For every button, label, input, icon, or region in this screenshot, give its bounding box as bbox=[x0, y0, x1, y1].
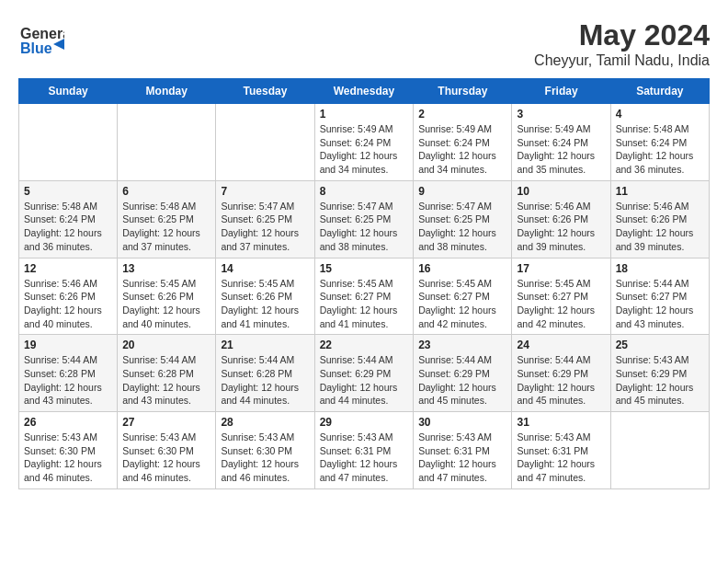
day-number: 17 bbox=[517, 262, 605, 275]
day-info: Sunrise: 5:43 AM Sunset: 6:31 PM Dayligh… bbox=[517, 431, 605, 485]
day-number: 26 bbox=[24, 416, 112, 429]
calendar-cell: 25Sunrise: 5:43 AM Sunset: 6:29 PM Dayli… bbox=[610, 335, 709, 412]
day-number: 1 bbox=[320, 108, 409, 121]
day-number: 15 bbox=[320, 262, 409, 275]
calendar-cell: 15Sunrise: 5:45 AM Sunset: 6:27 PM Dayli… bbox=[314, 258, 414, 335]
day-number: 21 bbox=[221, 339, 309, 351]
calendar-cell: 30Sunrise: 5:43 AM Sunset: 6:31 PM Dayli… bbox=[414, 412, 512, 489]
calendar-cell: 21Sunrise: 5:44 AM Sunset: 6:28 PM Dayli… bbox=[216, 335, 314, 412]
calendar-cell: 19Sunrise: 5:44 AM Sunset: 6:28 PM Dayli… bbox=[19, 335, 118, 412]
day-number: 2 bbox=[418, 108, 506, 121]
day-number: 11 bbox=[616, 185, 704, 198]
weekday-header-monday: Monday bbox=[118, 79, 216, 104]
calendar-cell: 22Sunrise: 5:44 AM Sunset: 6:29 PM Dayli… bbox=[314, 335, 414, 412]
calendar-week-row: 1Sunrise: 5:49 AM Sunset: 6:24 PM Daylig… bbox=[19, 104, 710, 181]
calendar-week-row: 19Sunrise: 5:44 AM Sunset: 6:28 PM Dayli… bbox=[19, 335, 710, 412]
day-number: 7 bbox=[221, 185, 309, 198]
day-number: 22 bbox=[320, 339, 409, 351]
calendar-cell: 5Sunrise: 5:48 AM Sunset: 6:24 PM Daylig… bbox=[19, 180, 118, 258]
day-number: 3 bbox=[517, 108, 605, 121]
day-info: Sunrise: 5:49 AM Sunset: 6:24 PM Dayligh… bbox=[418, 122, 506, 177]
calendar-cell: 9Sunrise: 5:47 AM Sunset: 6:25 PM Daylig… bbox=[414, 180, 512, 258]
weekday-header-wednesday: Wednesday bbox=[314, 79, 414, 104]
calendar-cell: 10Sunrise: 5:46 AM Sunset: 6:26 PM Dayli… bbox=[512, 180, 610, 258]
page-header: General Blue May 2024 Cheyyur, Tamil Nad… bbox=[18, 18, 710, 69]
calendar-cell bbox=[118, 104, 216, 181]
weekday-header-row: SundayMondayTuesdayWednesdayThursdayFrid… bbox=[19, 79, 710, 104]
day-info: Sunrise: 5:48 AM Sunset: 6:24 PM Dayligh… bbox=[616, 122, 704, 177]
day-info: Sunrise: 5:43 AM Sunset: 6:30 PM Dayligh… bbox=[122, 431, 210, 485]
day-number: 14 bbox=[221, 262, 309, 275]
calendar-cell: 1Sunrise: 5:49 AM Sunset: 6:24 PM Daylig… bbox=[314, 104, 414, 181]
day-info: Sunrise: 5:44 AM Sunset: 6:29 PM Dayligh… bbox=[320, 353, 409, 408]
day-number: 8 bbox=[320, 185, 409, 198]
day-number: 20 bbox=[122, 339, 210, 351]
day-info: Sunrise: 5:47 AM Sunset: 6:25 PM Dayligh… bbox=[320, 200, 409, 254]
calendar-cell: 31Sunrise: 5:43 AM Sunset: 6:31 PM Dayli… bbox=[512, 412, 610, 489]
calendar-cell bbox=[216, 104, 314, 181]
calendar-cell: 13Sunrise: 5:45 AM Sunset: 6:26 PM Dayli… bbox=[118, 258, 216, 335]
day-info: Sunrise: 5:43 AM Sunset: 6:31 PM Dayligh… bbox=[320, 431, 409, 485]
svg-text:Blue: Blue bbox=[20, 40, 52, 56]
calendar-cell: 7Sunrise: 5:47 AM Sunset: 6:25 PM Daylig… bbox=[216, 180, 314, 258]
day-number: 9 bbox=[418, 185, 506, 198]
day-number: 29 bbox=[320, 416, 409, 429]
calendar-week-row: 12Sunrise: 5:46 AM Sunset: 6:26 PM Dayli… bbox=[19, 258, 710, 335]
day-number: 5 bbox=[24, 185, 112, 198]
day-info: Sunrise: 5:44 AM Sunset: 6:29 PM Dayligh… bbox=[418, 353, 506, 408]
calendar-cell: 17Sunrise: 5:45 AM Sunset: 6:27 PM Dayli… bbox=[512, 258, 610, 335]
weekday-header-saturday: Saturday bbox=[610, 79, 709, 104]
day-number: 28 bbox=[221, 416, 309, 429]
day-number: 16 bbox=[418, 262, 506, 275]
calendar-cell: 3Sunrise: 5:49 AM Sunset: 6:24 PM Daylig… bbox=[512, 104, 610, 181]
weekday-header-friday: Friday bbox=[512, 79, 610, 104]
calendar-cell: 14Sunrise: 5:45 AM Sunset: 6:26 PM Dayli… bbox=[216, 258, 314, 335]
calendar-cell: 24Sunrise: 5:44 AM Sunset: 6:29 PM Dayli… bbox=[512, 335, 610, 412]
day-info: Sunrise: 5:49 AM Sunset: 6:24 PM Dayligh… bbox=[320, 122, 409, 177]
day-number: 6 bbox=[122, 185, 210, 198]
day-number: 30 bbox=[418, 416, 506, 429]
day-info: Sunrise: 5:45 AM Sunset: 6:27 PM Dayligh… bbox=[517, 277, 605, 331]
day-number: 23 bbox=[418, 339, 506, 351]
day-info: Sunrise: 5:44 AM Sunset: 6:27 PM Dayligh… bbox=[616, 277, 704, 331]
calendar-cell bbox=[610, 412, 709, 489]
day-info: Sunrise: 5:47 AM Sunset: 6:25 PM Dayligh… bbox=[221, 200, 309, 254]
day-info: Sunrise: 5:46 AM Sunset: 6:26 PM Dayligh… bbox=[24, 277, 112, 331]
day-info: Sunrise: 5:49 AM Sunset: 6:24 PM Dayligh… bbox=[517, 122, 605, 177]
day-info: Sunrise: 5:43 AM Sunset: 6:30 PM Dayligh… bbox=[221, 431, 309, 485]
logo-icon: General Blue bbox=[18, 18, 64, 64]
page-subtitle: Cheyyur, Tamil Nadu, India bbox=[534, 52, 710, 69]
weekday-header-thursday: Thursday bbox=[414, 79, 512, 104]
day-info: Sunrise: 5:44 AM Sunset: 6:29 PM Dayligh… bbox=[517, 353, 605, 408]
day-number: 10 bbox=[517, 185, 605, 198]
page-title: May 2024 bbox=[534, 18, 710, 52]
day-number: 25 bbox=[616, 339, 704, 351]
calendar-cell: 8Sunrise: 5:47 AM Sunset: 6:25 PM Daylig… bbox=[314, 180, 414, 258]
day-info: Sunrise: 5:45 AM Sunset: 6:26 PM Dayligh… bbox=[221, 277, 309, 331]
calendar-cell: 6Sunrise: 5:48 AM Sunset: 6:25 PM Daylig… bbox=[118, 180, 216, 258]
calendar-cell: 28Sunrise: 5:43 AM Sunset: 6:30 PM Dayli… bbox=[216, 412, 314, 489]
svg-text:General: General bbox=[20, 26, 64, 41]
day-number: 13 bbox=[122, 262, 210, 275]
calendar-cell: 26Sunrise: 5:43 AM Sunset: 6:30 PM Dayli… bbox=[19, 412, 118, 489]
day-number: 18 bbox=[616, 262, 704, 275]
day-info: Sunrise: 5:44 AM Sunset: 6:28 PM Dayligh… bbox=[122, 353, 210, 408]
title-block: May 2024 Cheyyur, Tamil Nadu, India bbox=[534, 18, 710, 69]
logo: General Blue bbox=[18, 18, 64, 64]
day-info: Sunrise: 5:43 AM Sunset: 6:31 PM Dayligh… bbox=[418, 431, 506, 485]
weekday-header-tuesday: Tuesday bbox=[216, 79, 314, 104]
calendar-cell: 4Sunrise: 5:48 AM Sunset: 6:24 PM Daylig… bbox=[610, 104, 709, 181]
day-number: 4 bbox=[616, 108, 704, 121]
calendar-cell bbox=[19, 104, 118, 181]
day-info: Sunrise: 5:45 AM Sunset: 6:27 PM Dayligh… bbox=[418, 277, 506, 331]
day-info: Sunrise: 5:48 AM Sunset: 6:24 PM Dayligh… bbox=[24, 200, 112, 254]
day-info: Sunrise: 5:45 AM Sunset: 6:26 PM Dayligh… bbox=[122, 277, 210, 331]
day-number: 24 bbox=[517, 339, 605, 351]
day-info: Sunrise: 5:46 AM Sunset: 6:26 PM Dayligh… bbox=[517, 200, 605, 254]
calendar-cell: 27Sunrise: 5:43 AM Sunset: 6:30 PM Dayli… bbox=[118, 412, 216, 489]
day-number: 31 bbox=[517, 416, 605, 429]
day-info: Sunrise: 5:45 AM Sunset: 6:27 PM Dayligh… bbox=[320, 277, 409, 331]
day-info: Sunrise: 5:44 AM Sunset: 6:28 PM Dayligh… bbox=[24, 353, 112, 408]
calendar-cell: 29Sunrise: 5:43 AM Sunset: 6:31 PM Dayli… bbox=[314, 412, 414, 489]
calendar-cell: 16Sunrise: 5:45 AM Sunset: 6:27 PM Dayli… bbox=[414, 258, 512, 335]
